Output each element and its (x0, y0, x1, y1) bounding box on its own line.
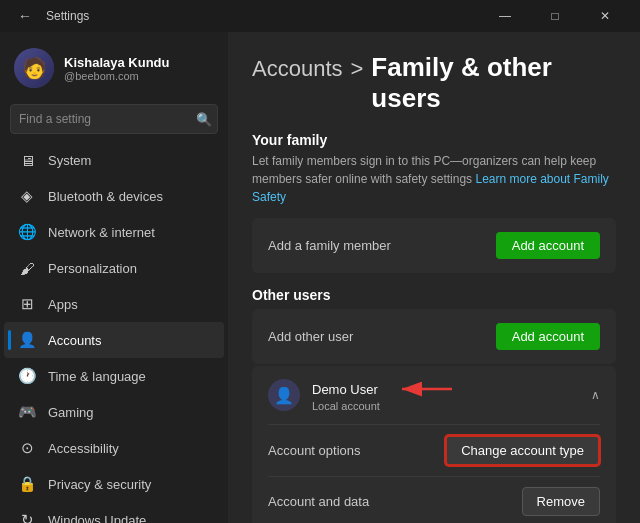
user-row-demo: 👤 Demo User (252, 366, 616, 523)
nav-item-time[interactable]: 🕐 Time & language (4, 358, 224, 394)
other-users-section: Other users Add other user Add account 👤… (252, 287, 616, 523)
avatar: 🧑 (14, 48, 54, 88)
account-options-row: Account options Change account type (268, 424, 600, 476)
demo-user-info: Demo User (312, 378, 462, 412)
app-body: 🧑 Kishalaya Kundu @beebom.com 🔍 🖥 System… (0, 32, 640, 523)
account-options-label: Account options (268, 443, 361, 458)
sidebar: 🧑 Kishalaya Kundu @beebom.com 🔍 🖥 System… (0, 32, 228, 523)
nav-item-privacy[interactable]: 🔒 Privacy & security (4, 466, 224, 502)
nav-label-accessibility: Accessibility (48, 441, 119, 456)
gaming-icon: 🎮 (18, 403, 36, 421)
breadcrumb-family: Family & other users (371, 52, 616, 114)
demo-chevron-icon: ∧ (591, 388, 600, 402)
search-input[interactable] (10, 104, 218, 134)
nav-label-privacy: Privacy & security (48, 477, 151, 492)
demo-user-avatar: 👤 (268, 379, 300, 411)
demo-user-type: Local account (312, 400, 462, 412)
nav-label-network: Network & internet (48, 225, 155, 240)
account-data-label: Account and data (268, 494, 369, 509)
nav-item-update[interactable]: ↻ Windows Update (4, 502, 224, 523)
add-family-account-button[interactable]: Add account (496, 232, 600, 259)
profile-email: @beebom.com (64, 70, 214, 82)
nav-label-system: System (48, 153, 91, 168)
add-other-account-button[interactable]: Add account (496, 323, 600, 350)
nav-item-network[interactable]: 🌐 Network & internet (4, 214, 224, 250)
profile-info: Kishalaya Kundu @beebom.com (64, 55, 214, 82)
remove-user-button[interactable]: Remove (522, 487, 600, 516)
app-title: Settings (46, 9, 89, 23)
nav-label-accounts: Accounts (48, 333, 101, 348)
family-title: Your family (252, 132, 616, 148)
user-row-demo-header[interactable]: 👤 Demo User (252, 366, 616, 424)
add-other-label: Add other user (268, 329, 353, 344)
nav-label-apps: Apps (48, 297, 78, 312)
system-icon: 🖥 (18, 151, 36, 169)
breadcrumb-accounts: Accounts (252, 56, 343, 82)
page-header: Accounts > Family & other users (252, 52, 616, 114)
titlebar-controls: — □ ✕ (482, 0, 628, 32)
nav-label-gaming: Gaming (48, 405, 94, 420)
change-account-type-button[interactable]: Change account type (445, 435, 600, 466)
avatar-inner: 🧑 (14, 48, 54, 88)
family-add-row: Add a family member Add account (252, 218, 616, 273)
accessibility-icon: ⊙ (18, 439, 36, 457)
network-icon: 🌐 (18, 223, 36, 241)
account-data-row: Account and data Remove (268, 476, 600, 523)
family-section: Your family Let family members sign in t… (252, 132, 616, 273)
add-family-label: Add a family member (268, 238, 391, 253)
nav-item-accounts[interactable]: 👤 Accounts (4, 322, 224, 358)
accounts-icon: 👤 (18, 331, 36, 349)
profile-section[interactable]: 🧑 Kishalaya Kundu @beebom.com (0, 32, 228, 100)
close-button[interactable]: ✕ (582, 0, 628, 32)
main-content: Accounts > Family & other users Your fam… (228, 32, 640, 523)
user-row-demo-left: 👤 Demo User (268, 378, 462, 412)
minimize-button[interactable]: — (482, 0, 528, 32)
breadcrumb-chevron: > (351, 56, 364, 82)
red-arrow-annotation (392, 378, 462, 400)
nav-item-gaming[interactable]: 🎮 Gaming (4, 394, 224, 430)
add-other-user-row: Add other user Add account (252, 309, 616, 364)
titlebar-left: ← Settings (12, 6, 89, 26)
titlebar: ← Settings — □ ✕ (0, 0, 640, 32)
personalization-icon: 🖌 (18, 259, 36, 277)
demo-user-name: Demo User (312, 378, 462, 400)
maximize-button[interactable]: □ (532, 0, 578, 32)
nav-label-time: Time & language (48, 369, 146, 384)
nav-label-bluetooth: Bluetooth & devices (48, 189, 163, 204)
profile-name: Kishalaya Kundu (64, 55, 214, 70)
nav-item-apps[interactable]: ⊞ Apps (4, 286, 224, 322)
search-box: 🔍 (10, 104, 218, 134)
nav-item-system[interactable]: 🖥 System (4, 142, 224, 178)
search-icon: 🔍 (196, 112, 212, 127)
nav-item-personalization[interactable]: 🖌 Personalization (4, 250, 224, 286)
bluetooth-icon: ◈ (18, 187, 36, 205)
apps-icon: ⊞ (18, 295, 36, 313)
family-desc: Let family members sign in to this PC—or… (252, 152, 616, 206)
other-users-title: Other users (252, 287, 616, 303)
nav-item-accessibility[interactable]: ⊙ Accessibility (4, 430, 224, 466)
demo-user-expanded: Account options Change account type Acco… (252, 424, 616, 523)
nav-item-bluetooth[interactable]: ◈ Bluetooth & devices (4, 178, 224, 214)
nav-label-personalization: Personalization (48, 261, 137, 276)
time-icon: 🕐 (18, 367, 36, 385)
back-button[interactable]: ← (12, 6, 38, 26)
privacy-icon: 🔒 (18, 475, 36, 493)
nav-label-update: Windows Update (48, 513, 146, 524)
family-add-card: Add a family member Add account (252, 218, 616, 273)
update-icon: ↻ (18, 511, 36, 523)
